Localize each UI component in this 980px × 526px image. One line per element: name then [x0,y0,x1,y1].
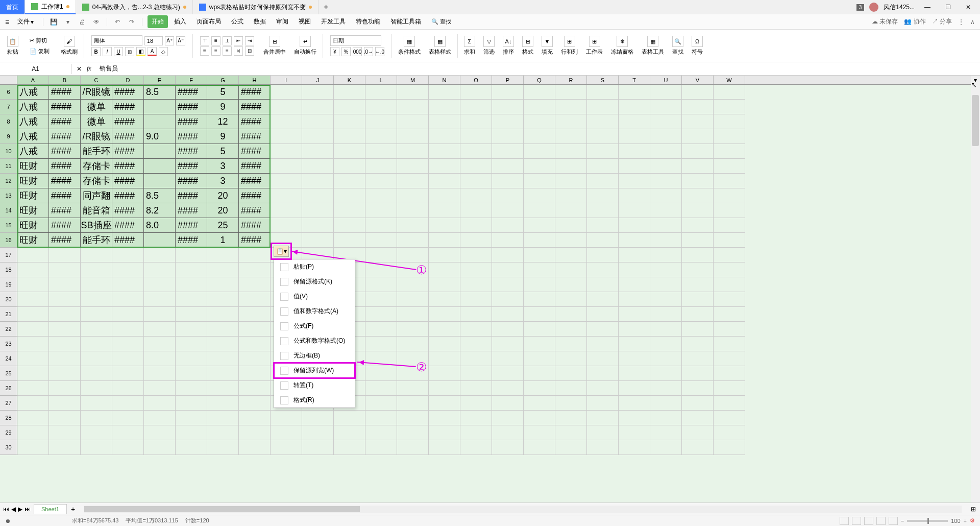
column-header[interactable]: C [81,76,112,84]
cell[interactable] [650,262,682,277]
cell[interactable] [650,188,682,203]
cell[interactable] [112,396,144,411]
row-header[interactable]: 27 [0,396,17,411]
cell[interactable] [365,381,397,396]
cell[interactable] [524,114,555,129]
cell[interactable]: #### [239,129,271,144]
cell[interactable] [429,188,460,203]
cell[interactable] [397,396,429,411]
cell[interactable] [17,262,49,277]
cell[interactable] [587,174,619,188]
cell[interactable] [49,262,81,277]
cell[interactable] [365,307,397,322]
cell[interactable] [429,425,460,440]
cell[interactable] [587,188,619,203]
cell[interactable] [207,248,239,262]
cell[interactable] [397,85,429,100]
column-header[interactable]: D [112,76,144,84]
cell[interactable] [619,337,650,351]
cell[interactable] [524,144,555,159]
vertical-scrollbar[interactable] [971,85,980,503]
cell[interactable] [334,203,365,218]
cell[interactable]: #### [239,114,271,129]
ribbon-tab-1[interactable]: 插入 [170,15,190,28]
page-layout-button[interactable] [864,517,873,525]
file-menu[interactable]: 文件▾ [13,16,38,27]
cell[interactable] [460,100,492,114]
cell[interactable] [460,351,492,366]
cell[interactable] [492,100,524,114]
cell[interactable] [555,203,587,218]
cell[interactable] [650,337,682,351]
copy-button[interactable]: 📄复制 [28,46,52,56]
column-header[interactable]: U [650,76,682,84]
cell[interactable] [492,233,524,248]
cell[interactable] [49,440,81,455]
cell[interactable] [176,277,207,292]
cell[interactable] [271,440,302,455]
cells[interactable]: 八戒####/R眼镜####8.5####5####八戒####微单######… [17,85,971,503]
cell[interactable] [17,307,49,322]
cell[interactable] [207,440,239,455]
row-header[interactable]: 20 [0,292,17,307]
cell[interactable] [429,159,460,174]
cell[interactable] [524,233,555,248]
cell[interactable] [397,248,429,262]
align-right-button[interactable]: ≡ [223,46,232,56]
cell[interactable] [650,277,682,292]
column-header[interactable]: S [587,76,619,84]
cell[interactable] [682,85,714,100]
increase-font-button[interactable]: A⁺ [165,36,174,45]
cell[interactable] [524,307,555,322]
maximize-button[interactable]: ☐ [940,1,955,13]
cell[interactable]: #### [176,159,207,174]
cell[interactable]: #### [49,203,81,218]
cell[interactable] [524,322,555,337]
cell[interactable] [239,396,271,411]
cell[interactable]: 旺财 [17,203,49,218]
cell[interactable]: 能手环 [81,144,112,159]
avatar-icon[interactable] [869,3,878,12]
decrease-decimal-button[interactable]: ←.0 [375,47,384,56]
cell[interactable] [650,248,682,262]
cell[interactable] [714,144,745,159]
cell[interactable] [207,277,239,292]
cell[interactable] [49,351,81,366]
row-header[interactable]: 14 [0,203,17,218]
cell[interactable] [682,218,714,233]
unsaved-indicator[interactable]: ☁ 未保存 [872,17,898,26]
align-top-button[interactable]: ⊤ [200,36,209,45]
row-header[interactable]: 7 [0,100,17,114]
cell[interactable] [714,337,745,351]
cell[interactable] [714,262,745,277]
cell[interactable] [587,144,619,159]
cell[interactable] [207,381,239,396]
cell[interactable] [239,248,271,262]
cell[interactable] [81,366,112,381]
cell[interactable] [524,440,555,455]
cell[interactable] [524,188,555,203]
cell[interactable]: #### [112,114,144,129]
cell[interactable] [17,292,49,307]
ribbon-tab-2[interactable]: 页面布局 [192,15,225,28]
cell[interactable] [302,188,334,203]
cell[interactable]: #### [239,218,271,233]
ribbon-tab-3[interactable]: 公式 [227,15,248,28]
column-header[interactable]: J [302,76,334,84]
cell[interactable] [460,292,492,307]
cut-button[interactable]: ✂剪切 [28,36,52,45]
fill-color-button[interactable]: ◧ [136,47,145,56]
sheet-prev-button[interactable]: ◀ [11,506,16,513]
cell[interactable]: #### [176,114,207,129]
cell[interactable] [334,100,365,114]
ribbon-tab-0[interactable]: 开始 [148,15,168,28]
cell[interactable] [176,425,207,440]
cell[interactable] [271,203,302,218]
cell[interactable] [49,337,81,351]
cell[interactable] [682,159,714,174]
close-button[interactable]: ✕ [961,1,976,13]
format-painter-button[interactable]: 🖌格式刷 [59,36,80,56]
cell[interactable] [650,129,682,144]
print-button[interactable]: 🖨 [77,17,87,27]
cell[interactable]: #### [239,174,271,188]
